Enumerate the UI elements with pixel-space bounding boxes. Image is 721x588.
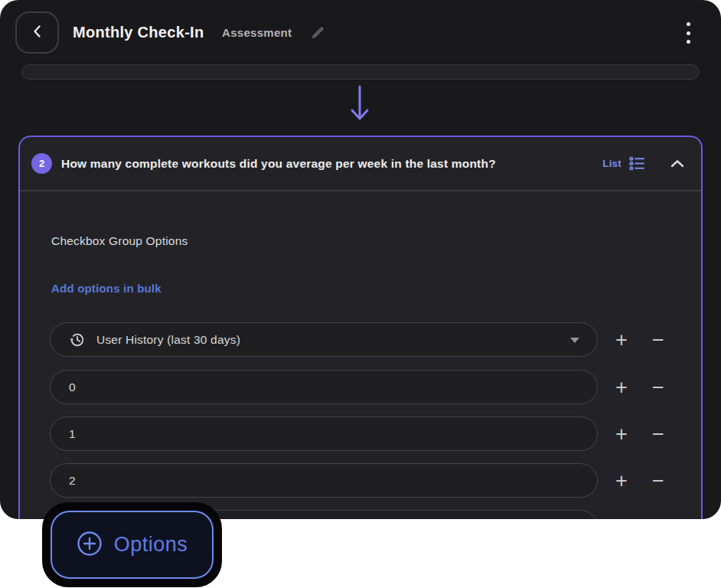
remove-option-button[interactable]: − [647, 469, 670, 492]
remove-option-button[interactable]: − [647, 376, 670, 399]
back-button[interactable] [15, 11, 59, 54]
option-value: User History (last 30 days) [96, 333, 240, 347]
options-button-label: Options [114, 533, 188, 557]
section-label: Checkbox Group Options [51, 234, 188, 248]
collapsed-question-card[interactable] [21, 64, 700, 80]
question-text: How many complete workouts did you avera… [61, 157, 592, 171]
caret-down-icon [570, 338, 579, 343]
question-type-label[interactable]: List [602, 158, 621, 169]
chevron-left-icon [31, 24, 44, 41]
option-field-user-history[interactable]: User History (last 30 days) [50, 322, 598, 357]
option-field[interactable]: 0 [50, 370, 598, 404]
add-option-button[interactable]: + [610, 376, 633, 399]
app-window: Monthly Check-In Assessment 2 How many c… [0, 0, 721, 519]
question-card: 2 How many complete workouts did you ave… [18, 136, 703, 519]
option-value: 2 [69, 474, 76, 488]
page-subtitle: Assessment [222, 26, 292, 39]
add-option-button[interactable]: + [610, 423, 633, 446]
screenshot-stage: Monthly Check-In Assessment 2 How many c… [0, 0, 721, 588]
question-number-badge: 2 [31, 153, 52, 174]
question-header[interactable]: 2 How many complete workouts did you ave… [20, 137, 701, 191]
history-clock-icon [69, 332, 86, 348]
highlight-ring: Options [42, 502, 222, 587]
option-field[interactable]: 2 [50, 463, 598, 498]
plus-circle-icon [77, 531, 103, 560]
add-option-button[interactable]: + [610, 328, 633, 351]
edit-pencil-icon[interactable] [309, 24, 326, 41]
remove-option-button[interactable]: − [647, 423, 670, 446]
option-value: 0 [69, 381, 76, 394]
add-options-bulk-link[interactable]: Add options in bulk [51, 282, 161, 295]
option-field[interactable]: 1 [50, 416, 598, 451]
list-icon[interactable] [628, 155, 646, 172]
insert-down-arrow-icon [346, 82, 374, 125]
kebab-menu-icon[interactable] [682, 22, 694, 44]
options-button[interactable]: Options [51, 511, 214, 579]
remove-option-button[interactable]: − [647, 328, 670, 351]
option-value: 1 [69, 427, 76, 441]
add-option-button[interactable]: + [610, 469, 633, 492]
chevron-up-icon[interactable] [669, 155, 686, 172]
page-title: Monthly Check-In [73, 24, 204, 41]
